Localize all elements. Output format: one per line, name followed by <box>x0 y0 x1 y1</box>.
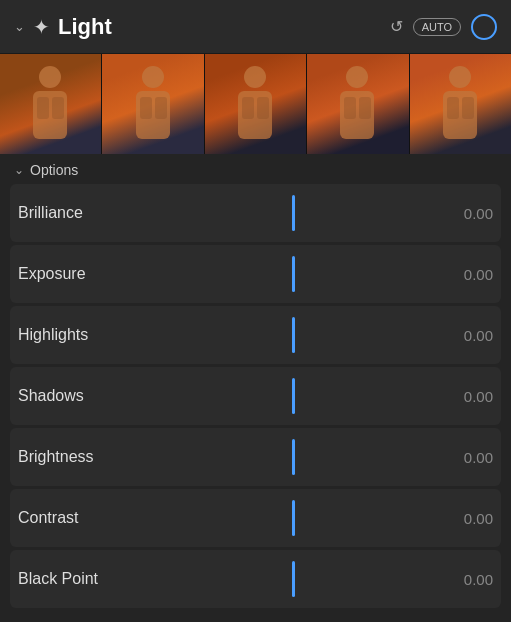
toggle-circle-button[interactable] <box>471 14 497 40</box>
svg-rect-15 <box>359 97 371 119</box>
slider-label-0: Brilliance <box>18 204 148 222</box>
slider-indicator-4 <box>292 439 295 475</box>
svg-rect-6 <box>140 97 152 119</box>
slider-indicator-2 <box>292 317 295 353</box>
photo-strip <box>0 54 511 154</box>
slider-label-4: Brightness <box>18 448 148 466</box>
slider-row-shadows[interactable]: Shadows0.00 <box>10 367 501 425</box>
slider-value-1: 0.00 <box>438 266 493 283</box>
light-panel: ⌄ ✦ Light ↺ AUTO <box>0 0 511 622</box>
svg-rect-19 <box>462 97 474 119</box>
slider-label-1: Exposure <box>18 265 148 283</box>
slider-indicator-6 <box>292 561 295 597</box>
slider-row-highlights[interactable]: Highlights0.00 <box>10 306 501 364</box>
slider-row-brilliance[interactable]: Brilliance0.00 <box>10 184 501 242</box>
sliders-list: Brilliance0.00Exposure0.00Highlights0.00… <box>0 184 511 622</box>
svg-point-0 <box>39 66 61 88</box>
svg-rect-18 <box>447 97 459 119</box>
collapse-chevron-icon[interactable]: ⌄ <box>14 19 25 34</box>
slider-track-area-2[interactable] <box>148 317 438 353</box>
slider-indicator-1 <box>292 256 295 292</box>
svg-rect-10 <box>242 97 254 119</box>
slider-value-5: 0.00 <box>438 510 493 527</box>
slider-row-contrast[interactable]: Contrast0.00 <box>10 489 501 547</box>
photo-thumb-2[interactable] <box>101 54 203 154</box>
slider-value-2: 0.00 <box>438 327 493 344</box>
slider-label-6: Black Point <box>18 570 148 588</box>
panel-title: Light <box>58 14 112 40</box>
slider-value-4: 0.00 <box>438 449 493 466</box>
slider-track-area-6[interactable] <box>148 561 438 597</box>
undo-icon[interactable]: ↺ <box>390 17 403 36</box>
slider-value-6: 0.00 <box>438 571 493 588</box>
photo-thumb-3[interactable] <box>204 54 306 154</box>
slider-row-exposure[interactable]: Exposure0.00 <box>10 245 501 303</box>
options-label: Options <box>30 162 78 178</box>
svg-point-8 <box>244 66 266 88</box>
svg-point-4 <box>142 66 164 88</box>
photo-thumb-1[interactable] <box>0 54 101 154</box>
slider-value-3: 0.00 <box>438 388 493 405</box>
panel-header: ⌄ ✦ Light ↺ AUTO <box>0 0 511 54</box>
slider-track-area-5[interactable] <box>148 500 438 536</box>
svg-rect-14 <box>344 97 356 119</box>
slider-row-brightness[interactable]: Brightness0.00 <box>10 428 501 486</box>
slider-track-area-1[interactable] <box>148 256 438 292</box>
slider-indicator-0 <box>292 195 295 231</box>
auto-button[interactable]: AUTO <box>413 18 461 36</box>
svg-point-12 <box>346 66 368 88</box>
options-chevron-icon: ⌄ <box>14 163 24 177</box>
options-header[interactable]: ⌄ Options <box>0 154 511 184</box>
slider-row-black-point[interactable]: Black Point0.00 <box>10 550 501 608</box>
svg-rect-7 <box>155 97 167 119</box>
photo-thumb-5[interactable] <box>409 54 511 154</box>
slider-track-area-3[interactable] <box>148 378 438 414</box>
slider-track-area-4[interactable] <box>148 439 438 475</box>
slider-indicator-3 <box>292 378 295 414</box>
svg-rect-11 <box>257 97 269 119</box>
svg-point-16 <box>449 66 471 88</box>
light-sun-icon: ✦ <box>33 15 50 39</box>
svg-rect-2 <box>37 97 49 119</box>
header-right: ↺ AUTO <box>390 14 497 40</box>
slider-label-5: Contrast <box>18 509 148 527</box>
slider-label-2: Highlights <box>18 326 148 344</box>
slider-indicator-5 <box>292 500 295 536</box>
slider-track-area-0[interactable] <box>148 195 438 231</box>
slider-label-3: Shadows <box>18 387 148 405</box>
svg-rect-3 <box>52 97 64 119</box>
photo-thumb-4[interactable] <box>306 54 408 154</box>
header-left: ⌄ ✦ Light <box>14 14 390 40</box>
slider-value-0: 0.00 <box>438 205 493 222</box>
